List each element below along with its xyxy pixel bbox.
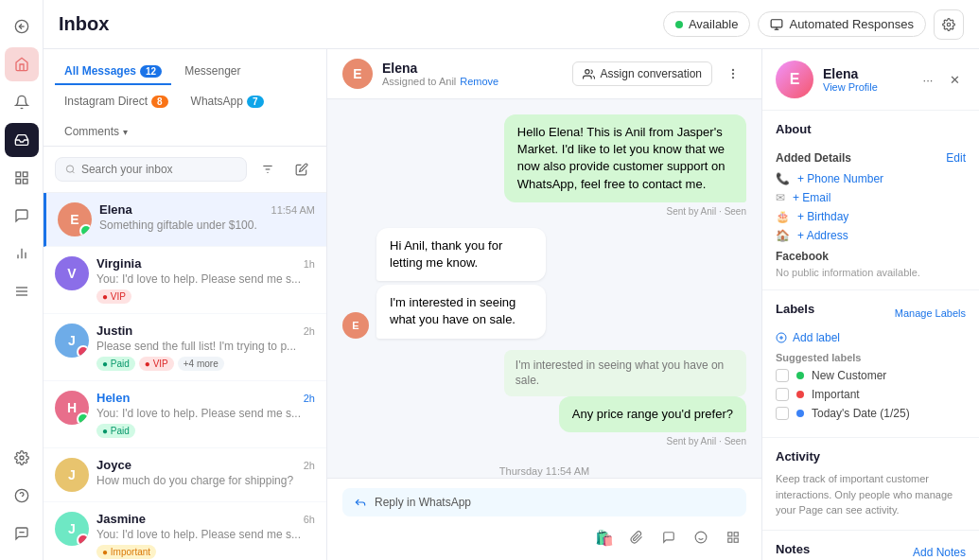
suggested-label-important[interactable]: Important xyxy=(776,388,966,401)
page-title: Inbox xyxy=(59,13,109,35)
tab-all-messages[interactable]: All Messages 12 xyxy=(55,59,171,85)
svg-point-28 xyxy=(732,78,733,79)
tab-messenger[interactable]: Messenger xyxy=(175,59,250,85)
message-bubble-sent: Any price range you'd prefer? xyxy=(559,396,746,432)
message-group: Hello Elena! This is Anil from Jasper's … xyxy=(342,114,746,217)
phone-icon: 📞 xyxy=(776,172,790,185)
conv-preview: Something giftable under $100. xyxy=(99,219,315,232)
sidebar-menu-icon[interactable] xyxy=(5,274,39,308)
added-details-header: Added Details Edit xyxy=(776,151,966,165)
add-notes-button[interactable]: Add Notes xyxy=(913,546,966,559)
reply-bar[interactable]: Reply in WhatsApp xyxy=(342,488,746,516)
about-title: About xyxy=(776,122,812,136)
profile-header: E Elena View Profile ··· ✕ xyxy=(762,49,979,111)
tag-important: ● Important xyxy=(96,545,156,559)
sidebar-grid-icon[interactable] xyxy=(5,161,39,195)
status-button[interactable]: Available xyxy=(663,11,751,37)
settings-button[interactable] xyxy=(934,9,964,40)
avatar: J xyxy=(55,512,89,546)
conversation-item[interactable]: J Justin 2h Please send the full list! I… xyxy=(44,314,326,381)
tab-messenger-label: Messenger xyxy=(184,64,240,78)
notes-section: Notes Add Notes xyxy=(762,531,979,561)
chat-contact-name: Elena xyxy=(382,61,498,76)
sidebar-message-icon[interactable] xyxy=(5,199,39,233)
sidebar-help-icon[interactable] xyxy=(5,479,39,513)
emoji-button[interactable] xyxy=(688,524,714,551)
add-phone-link[interactable]: + Phone Number xyxy=(797,172,883,185)
sidebar-feedback-icon[interactable] xyxy=(5,516,39,551)
sidebar-back-icon[interactable] xyxy=(5,9,39,44)
profile-avatar: E xyxy=(776,61,813,98)
reply-label: Reply in WhatsApp xyxy=(375,496,471,509)
comments-chevron-icon: ▾ xyxy=(123,127,128,137)
automated-responses-button[interactable]: Automated Responses xyxy=(758,11,926,37)
suggested-label-new-customer[interactable]: New Customer xyxy=(776,369,966,382)
filter-button[interactable] xyxy=(254,156,281,183)
add-label-button[interactable]: Add label xyxy=(776,331,966,344)
message-bubble-sent: Hello Elena! This is Anil from Jasper's … xyxy=(504,114,746,202)
conversation-item[interactable]: E Elena 11:54 AM Something giftable unde… xyxy=(44,193,326,247)
close-panel-button[interactable]: ✕ xyxy=(943,68,966,91)
conv-preview: You: I'd love to help. Please send me s.… xyxy=(96,407,315,420)
checkbox-today[interactable] xyxy=(776,407,789,420)
svg-rect-16 xyxy=(772,19,783,26)
sidebar-settings-icon[interactable] xyxy=(5,441,39,475)
suggested-title: Suggested labels xyxy=(776,352,966,363)
edit-button[interactable]: Edit xyxy=(946,151,966,165)
sidebar-bell-icon[interactable] xyxy=(5,85,39,119)
conversation-item[interactable]: V Virginia 1h You: I'd love to help. Ple… xyxy=(44,247,326,314)
labels-section: Labels Manage Labels Add label Suggested… xyxy=(762,290,979,438)
conv-preview: You: I'd love to help. Please send me s.… xyxy=(96,528,315,541)
chat-input-area: Reply in WhatsApp 🛍️ xyxy=(327,478,761,560)
more-options-button[interactable]: ··· xyxy=(917,68,939,91)
conversation-item[interactable]: J Jasmine 6h You: I'd love to help. Plea… xyxy=(44,502,326,560)
checkbox-new-customer[interactable] xyxy=(776,369,789,382)
main-area: Inbox Available Automated Responses All … xyxy=(44,0,979,560)
facebook-label: Facebook xyxy=(776,250,966,263)
shopping-icon-button[interactable]: 🛍️ xyxy=(591,524,618,551)
add-email-link[interactable]: + Email xyxy=(793,191,830,204)
tab-instagram[interactable]: Instagram Direct 8 xyxy=(55,89,178,115)
conv-time: 11:54 AM xyxy=(271,204,315,216)
channel-badge xyxy=(77,534,89,546)
tag-paid: ● Paid xyxy=(96,424,135,438)
conv-name: Elena xyxy=(99,202,132,217)
search-row xyxy=(44,147,326,193)
labels-title: Labels xyxy=(776,302,814,316)
conv-name: Virginia xyxy=(96,256,141,271)
message-icon-button[interactable] xyxy=(656,524,682,551)
search-input[interactable] xyxy=(81,163,236,176)
tab-whatsapp[interactable]: WhatsApp 7 xyxy=(182,89,273,115)
attachment-button[interactable] xyxy=(623,524,650,551)
sidebar-inbox-icon[interactable] xyxy=(5,123,39,157)
sidebar-home-icon[interactable] xyxy=(5,47,39,81)
sidebar-chart-icon[interactable] xyxy=(5,236,39,271)
svg-line-21 xyxy=(73,171,75,173)
suggested-label-today[interactable]: Today's Date (1/25) xyxy=(776,407,966,420)
profile-info: Elena View Profile xyxy=(823,66,878,93)
inbox-panel: All Messages 12 Messenger Instagram Dire… xyxy=(44,49,327,560)
conversation-item[interactable]: J Joyce 2h How much do you charge for sh… xyxy=(44,448,326,502)
message-bubble-received: Hi Anil, thank you for letting me know. xyxy=(376,228,546,281)
add-address-link[interactable]: + Address xyxy=(797,229,848,242)
svg-rect-3 xyxy=(23,172,27,177)
view-profile-link[interactable]: View Profile xyxy=(823,81,878,93)
conv-time: 2h xyxy=(304,393,315,404)
conversation-item[interactable]: H Helen 2h You: I'd love to help. Please… xyxy=(44,381,326,448)
tab-comments[interactable]: Comments ▾ xyxy=(55,119,137,146)
assign-conversation-button[interactable]: Assign conversation xyxy=(572,61,712,86)
avatar: V xyxy=(55,256,89,290)
svg-rect-4 xyxy=(23,179,27,184)
tab-all-label: All Messages xyxy=(64,64,136,78)
compose-button[interactable] xyxy=(288,156,315,183)
conv-time: 1h xyxy=(304,258,315,270)
quoted-bubble: I'm interested in seeing what you have o… xyxy=(504,350,746,397)
manage-labels-link[interactable]: Manage Labels xyxy=(895,307,966,319)
chat-more-button[interactable] xyxy=(720,61,746,87)
checkbox-important[interactable] xyxy=(776,388,789,401)
remove-link[interactable]: Remove xyxy=(460,76,498,87)
add-birthday-link[interactable]: + Birthday xyxy=(797,210,848,223)
activity-text: Keep track of important customer interac… xyxy=(776,471,966,518)
grid-button[interactable] xyxy=(720,524,746,551)
detail-birthday: 🎂 + Birthday xyxy=(776,210,966,223)
